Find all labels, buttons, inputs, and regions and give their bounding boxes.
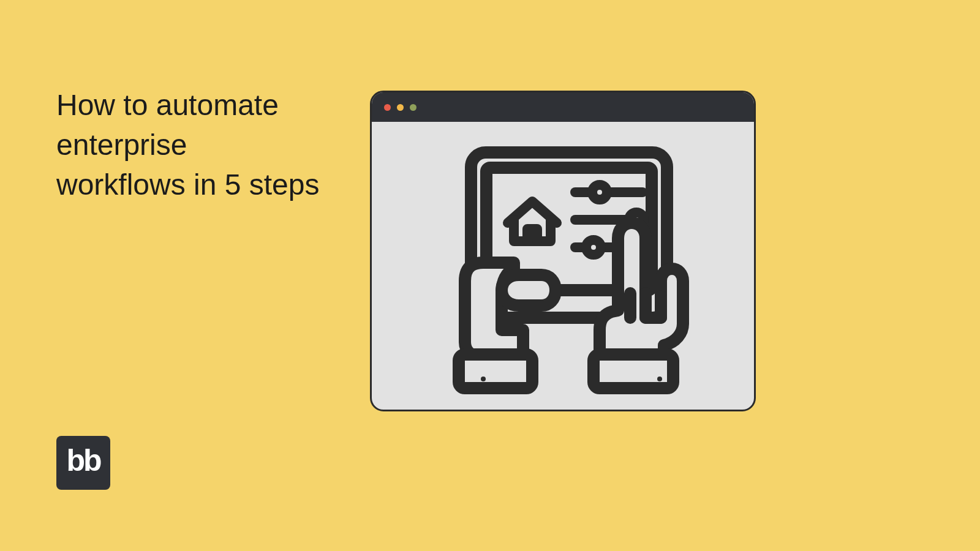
brand-logo: bb (56, 436, 110, 490)
page-headline: How to automate enterprise workflows in … (56, 86, 320, 204)
svg-point-14 (657, 377, 662, 381)
window-titlebar (372, 92, 754, 122)
svg-point-9 (481, 377, 486, 381)
tablet-settings-hands-icon (416, 140, 710, 403)
illustration-window (370, 91, 756, 411)
svg-rect-8 (459, 354, 532, 388)
svg-rect-13 (594, 354, 673, 388)
window-content (372, 122, 754, 410)
window-dot-close-icon (384, 104, 391, 111)
brand-logo-text: bb (66, 443, 100, 478)
svg-point-3 (592, 185, 607, 200)
window-dot-min-icon (397, 104, 404, 111)
window-dot-max-icon (410, 104, 417, 111)
svg-point-7 (586, 240, 601, 255)
